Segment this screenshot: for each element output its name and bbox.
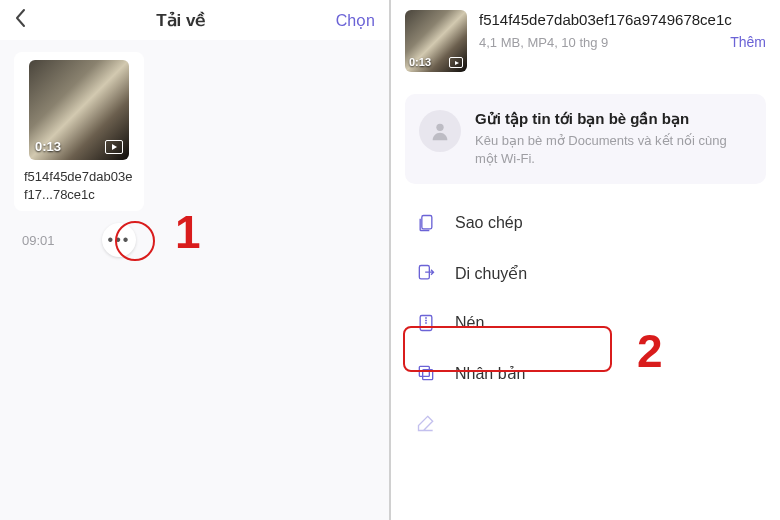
file-meta: 4,1 MB, MP4, 10 thg 9 bbox=[479, 35, 608, 50]
copy-icon bbox=[415, 212, 437, 234]
person-icon bbox=[419, 110, 461, 152]
video-icon bbox=[449, 57, 463, 68]
action-rename[interactable] bbox=[391, 398, 780, 448]
action-move[interactable]: Di chuyển bbox=[391, 248, 780, 298]
share-subtitle: Kêu bạn bè mở Documents và kết nối cùng … bbox=[475, 132, 752, 168]
action-label: Sao chép bbox=[455, 214, 523, 232]
rename-icon bbox=[415, 412, 437, 434]
action-list: Sao chép Di chuyển Nén Nhân bản bbox=[391, 198, 780, 448]
action-copy[interactable]: Sao chép bbox=[391, 198, 780, 248]
video-thumbnail-small[interactable]: 0:13 bbox=[405, 10, 467, 72]
annotation-number-1: 1 bbox=[175, 205, 201, 259]
compress-icon bbox=[415, 312, 437, 334]
action-label: Di chuyển bbox=[455, 264, 527, 283]
more-button[interactable]: ••• bbox=[102, 223, 136, 257]
annotation-number-2: 2 bbox=[637, 324, 663, 378]
video-icon bbox=[105, 140, 123, 154]
page-title: Tải về bbox=[156, 10, 205, 31]
more-link[interactable]: Thêm bbox=[730, 34, 766, 50]
file-item[interactable]: 0:13 f514f45de7dab03ef17...78ce1c bbox=[14, 52, 144, 211]
file-time: 09:01 bbox=[22, 233, 55, 248]
share-title: Gửi tập tin tới bạn bè gần bạn bbox=[475, 110, 752, 128]
duplicate-icon bbox=[415, 362, 437, 384]
file-name-full: f514f45de7dab03ef176a9749678ce1c bbox=[479, 10, 766, 30]
action-label: Nhân bản bbox=[455, 364, 526, 383]
file-name: f514f45de7dab03ef17...78ce1c bbox=[22, 168, 136, 203]
select-button[interactable]: Chọn bbox=[336, 11, 375, 30]
downloads-header: Tải về Chọn bbox=[0, 0, 389, 40]
svg-rect-1 bbox=[422, 216, 432, 229]
svg-rect-5 bbox=[423, 370, 433, 380]
action-label: Nén bbox=[455, 314, 484, 332]
move-icon bbox=[415, 262, 437, 284]
file-detail-header: 0:13 f514f45de7dab03ef176a9749678ce1c 4,… bbox=[391, 0, 780, 84]
video-thumbnail: 0:13 bbox=[29, 60, 129, 160]
svg-rect-4 bbox=[419, 367, 429, 377]
action-compress[interactable]: Nén bbox=[391, 298, 780, 348]
video-duration: 0:13 bbox=[35, 139, 61, 154]
video-duration: 0:13 bbox=[409, 56, 431, 68]
svg-point-0 bbox=[436, 124, 443, 131]
share-nearby-card[interactable]: Gửi tập tin tới bạn bè gần bạn Kêu bạn b… bbox=[405, 94, 766, 184]
action-duplicate[interactable]: Nhân bản bbox=[391, 348, 780, 398]
back-button[interactable] bbox=[14, 8, 26, 32]
